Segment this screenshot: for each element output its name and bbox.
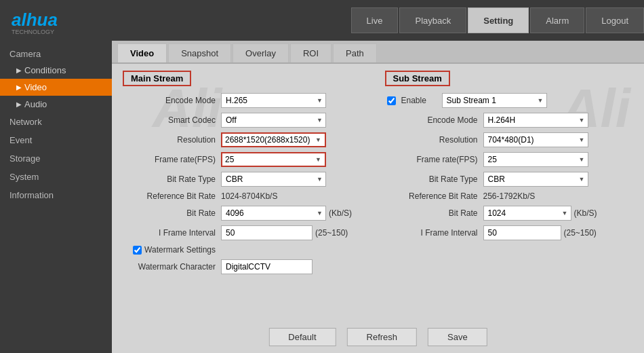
sidebar-section-storage[interactable]: Storage bbox=[0, 149, 112, 168]
bit-rate-unit-main: (Kb/S) bbox=[329, 208, 352, 218]
nav-bar: Live Playback Setting Alarm Logout bbox=[112, 0, 644, 41]
sidebar-section-event[interactable]: Event bbox=[0, 131, 112, 149]
smart-codec-label: Smart Codec bbox=[123, 115, 221, 125]
ref-bit-rate-value-main: 1024-8704Kb/S bbox=[221, 191, 277, 201]
watermark-char-label: Watermark Character bbox=[123, 262, 221, 272]
bit-rate-unit-sub: (Kb/S) bbox=[574, 208, 597, 218]
sub-tab-video[interactable]: Video bbox=[117, 43, 167, 62]
ref-bit-rate-label-main: Reference Bit Rate bbox=[123, 191, 221, 201]
watermark-settings-checkbox[interactable] bbox=[133, 246, 142, 255]
watermark-settings-label: Watermark Settings bbox=[144, 245, 216, 255]
iframe-label-sub: I Frame Interval bbox=[385, 228, 483, 238]
sub-stream-select[interactable]: Sub Stream 1 Sub Stream 2 bbox=[442, 93, 547, 108]
bit-rate-type-select-main[interactable]: CBR VBR bbox=[221, 172, 326, 187]
content-body: Ali Ali Main Stream Encode Mode H.265 H.… bbox=[112, 64, 644, 353]
refresh-button[interactable]: Refresh bbox=[347, 328, 418, 346]
nav-tab-setting[interactable]: Setting bbox=[468, 7, 529, 33]
iframe-input-sub[interactable] bbox=[483, 225, 561, 240]
sidebar-section-information[interactable]: Information bbox=[0, 186, 112, 204]
sub-stream-enable-label: Enable bbox=[401, 96, 442, 105]
main-stream-title: Main Stream bbox=[123, 71, 191, 86]
svg-text:alhua: alhua bbox=[12, 10, 58, 30]
encode-mode-select[interactable]: H.265 H.264H H.264 bbox=[221, 93, 326, 108]
header: alhua TECHNOLOGY Live Playback Setting A… bbox=[0, 0, 644, 41]
frame-rate-select-sub[interactable]: 25 20 15 bbox=[483, 152, 588, 167]
frame-rate-label-sub: Frame rate(FPS) bbox=[385, 155, 483, 164]
sub-stream-panel: Sub Stream Enable Sub Stream 1 Sub Strea… bbox=[385, 71, 634, 319]
content-area: Video Snapshot Overlay ROI Path Ali Ali bbox=[112, 41, 644, 353]
main-stream-panel: Main Stream Encode Mode H.265 H.264H H.2… bbox=[123, 71, 371, 319]
save-button[interactable]: Save bbox=[428, 328, 487, 346]
bit-rate-select-sub[interactable]: 1024 512 256 bbox=[483, 206, 571, 221]
sidebar: Camera ▶ Conditions ▶ Video ▶ Audio Netw… bbox=[0, 41, 112, 353]
encode-mode-label-sub: Encode Mode bbox=[385, 115, 483, 125]
sidebar-section-system[interactable]: System bbox=[0, 168, 112, 186]
sub-tabs: Video Snapshot Overlay ROI Path bbox=[112, 41, 644, 64]
ref-bit-rate-label-sub: Reference Bit Rate bbox=[385, 191, 483, 201]
watermark-char-input[interactable] bbox=[221, 259, 313, 274]
bit-rate-label-main: Bit Rate bbox=[123, 208, 221, 218]
sub-stream-title: Sub Stream bbox=[385, 71, 450, 86]
frame-rate-label-main: Frame rate(FPS) bbox=[123, 155, 221, 164]
encode-mode-label: Encode Mode bbox=[123, 96, 221, 105]
iframe-input-main[interactable] bbox=[221, 225, 313, 240]
bit-rate-select-main[interactable]: 4096 2048 1024 bbox=[221, 206, 326, 221]
bit-rate-type-select-sub[interactable]: CBR VBR bbox=[483, 172, 588, 187]
bit-rate-label-sub: Bit Rate bbox=[385, 208, 483, 218]
nav-tab-playback[interactable]: Playback bbox=[399, 7, 466, 33]
sub-tab-roi[interactable]: ROI bbox=[290, 43, 331, 62]
nav-tab-logout[interactable]: Logout bbox=[586, 7, 644, 33]
smart-codec-select[interactable]: Off On bbox=[221, 113, 326, 128]
video-arrow-icon: ▶ bbox=[16, 83, 22, 91]
sub-tab-path[interactable]: Path bbox=[333, 43, 377, 62]
bit-rate-type-label-main: Bit Rate Type bbox=[123, 174, 221, 184]
audio-arrow-icon: ▶ bbox=[16, 100, 22, 108]
svg-text:TECHNOLOGY: TECHNOLOGY bbox=[12, 29, 54, 35]
iframe-label-main: I Frame Interval bbox=[123, 228, 221, 238]
resolution-label-main: Resolution bbox=[123, 135, 221, 145]
encode-mode-select-sub[interactable]: H.264H H.265 H.264 bbox=[483, 113, 588, 128]
action-buttons: Default Refresh Save bbox=[268, 328, 487, 346]
sidebar-section-network[interactable]: Network bbox=[0, 113, 112, 131]
resolution-select-main[interactable]: 2688*1520(2688x1520) 1920*1080(1080P) bbox=[222, 134, 325, 146]
sidebar-item-video[interactable]: ▶ Video bbox=[0, 79, 112, 96]
bit-rate-type-label-sub: Bit Rate Type bbox=[385, 174, 483, 184]
frame-rate-select-main[interactable]: 25 20 15 bbox=[222, 153, 325, 166]
default-button[interactable]: Default bbox=[268, 328, 336, 346]
logo-area: alhua TECHNOLOGY bbox=[0, 5, 112, 35]
resolution-label-sub: Resolution bbox=[385, 135, 483, 145]
iframe-range-sub: (25~150) bbox=[564, 228, 597, 238]
dahua-logo: alhua TECHNOLOGY bbox=[8, 5, 96, 35]
nav-tab-alarm[interactable]: Alarm bbox=[530, 7, 584, 33]
sub-tab-overlay[interactable]: Overlay bbox=[233, 43, 289, 62]
conditions-arrow-icon: ▶ bbox=[16, 67, 22, 74]
sub-stream-enable-checkbox[interactable] bbox=[387, 96, 396, 105]
resolution-select-sub[interactable]: 704*480(D1) 352*240(CIF) bbox=[483, 132, 588, 147]
nav-tab-live[interactable]: Live bbox=[351, 7, 399, 33]
ref-bit-rate-value-sub: 256-1792Kb/S bbox=[483, 191, 536, 201]
sidebar-item-audio[interactable]: ▶ Audio bbox=[0, 96, 112, 113]
sub-tab-snapshot[interactable]: Snapshot bbox=[168, 43, 231, 62]
iframe-range-main: (25~150) bbox=[315, 228, 348, 238]
sidebar-item-conditions[interactable]: ▶ Conditions bbox=[0, 62, 112, 79]
sidebar-camera-label: Camera bbox=[0, 45, 112, 62]
